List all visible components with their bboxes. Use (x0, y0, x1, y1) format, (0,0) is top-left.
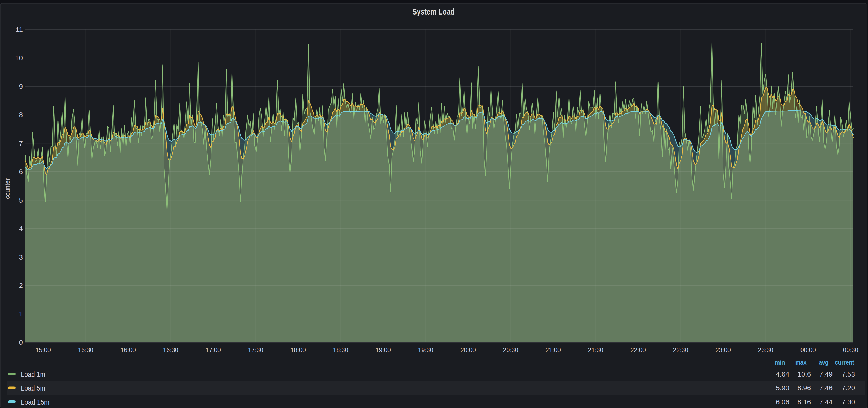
svg-text:20:30: 20:30 (503, 347, 519, 353)
svg-text:4: 4 (19, 225, 23, 233)
svg-text:22:30: 22:30 (673, 347, 688, 353)
svg-text:8.96: 8.96 (797, 384, 811, 392)
svg-text:current: current (835, 359, 854, 366)
svg-text:counter: counter (4, 178, 11, 199)
svg-text:6.06: 6.06 (776, 398, 789, 406)
svg-text:min: min (775, 359, 785, 366)
svg-text:3: 3 (19, 253, 23, 261)
svg-text:Load 15m: Load 15m (21, 398, 50, 406)
svg-text:17:30: 17:30 (248, 347, 264, 353)
svg-text:10.6: 10.6 (797, 370, 811, 378)
svg-text:16:00: 16:00 (121, 347, 136, 353)
svg-text:max: max (796, 359, 807, 366)
svg-text:11: 11 (16, 26, 23, 34)
svg-text:22:00: 22:00 (630, 347, 646, 353)
svg-text:4.64: 4.64 (776, 370, 789, 378)
svg-text:avg: avg (819, 359, 829, 366)
svg-text:7.53: 7.53 (842, 370, 855, 378)
svg-text:15:30: 15:30 (78, 347, 93, 353)
svg-text:23:00: 23:00 (715, 347, 731, 353)
svg-text:19:00: 19:00 (375, 347, 391, 353)
svg-text:5.90: 5.90 (776, 384, 789, 392)
svg-text:7: 7 (19, 139, 23, 147)
svg-text:8.16: 8.16 (797, 398, 811, 406)
svg-text:1: 1 (19, 310, 23, 318)
svg-text:18:30: 18:30 (333, 347, 348, 353)
svg-text:System Load: System Load (412, 7, 455, 16)
svg-text:Load 5m: Load 5m (21, 384, 45, 392)
svg-text:00:30: 00:30 (843, 347, 859, 353)
svg-text:2: 2 (19, 281, 23, 290)
svg-text:7.49: 7.49 (819, 370, 833, 378)
svg-text:0: 0 (19, 338, 23, 346)
svg-text:15:00: 15:00 (35, 347, 51, 353)
svg-text:6: 6 (19, 168, 23, 176)
svg-text:19:30: 19:30 (418, 347, 433, 353)
svg-text:21:30: 21:30 (588, 347, 603, 353)
svg-text:9: 9 (19, 82, 23, 91)
svg-text:00:00: 00:00 (801, 347, 816, 353)
svg-text:Load 1m: Load 1m (21, 370, 45, 378)
svg-text:20:00: 20:00 (461, 347, 476, 353)
svg-text:7.20: 7.20 (842, 384, 855, 392)
svg-text:7.44: 7.44 (819, 398, 833, 406)
svg-text:23:30: 23:30 (758, 347, 773, 353)
svg-text:10: 10 (15, 54, 23, 62)
svg-text:7.46: 7.46 (819, 384, 833, 392)
svg-text:18:00: 18:00 (290, 347, 306, 353)
svg-text:5: 5 (19, 196, 23, 204)
svg-text:17:00: 17:00 (206, 347, 221, 353)
svg-text:16:30: 16:30 (163, 347, 179, 353)
svg-text:21:00: 21:00 (546, 347, 561, 353)
svg-text:8: 8 (19, 111, 23, 119)
svg-text:7.30: 7.30 (842, 398, 855, 406)
